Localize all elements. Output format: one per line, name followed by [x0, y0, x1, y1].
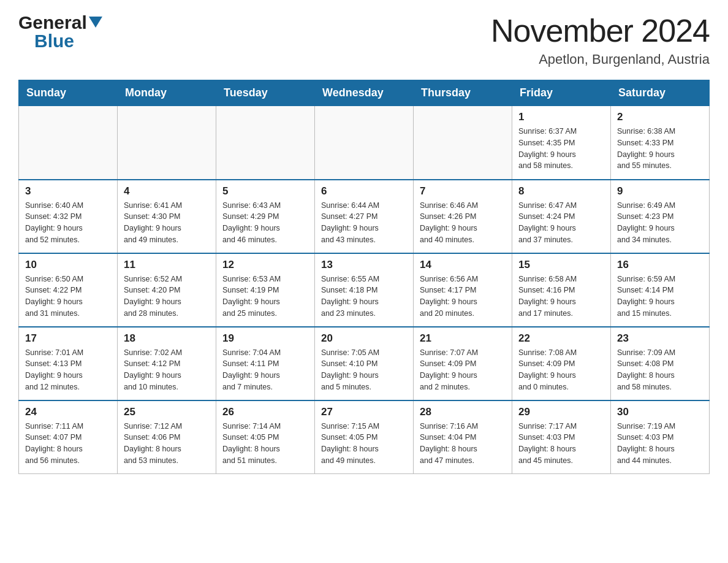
- calendar-cell: 3Sunrise: 6:40 AM Sunset: 4:32 PM Daylig…: [19, 180, 118, 253]
- day-info: Sunrise: 7:05 AM Sunset: 4:10 PM Dayligh…: [321, 347, 407, 393]
- calendar-cell: 16Sunrise: 6:59 AM Sunset: 4:14 PM Dayli…: [611, 253, 710, 327]
- calendar-cell: 5Sunrise: 6:43 AM Sunset: 4:29 PM Daylig…: [216, 180, 315, 253]
- day-info: Sunrise: 6:55 AM Sunset: 4:18 PM Dayligh…: [321, 274, 407, 320]
- logo: General Blue: [18, 12, 102, 52]
- location-subtitle: Apetlon, Burgenland, Austria: [491, 52, 710, 67]
- logo-general-text: General: [18, 12, 87, 33]
- calendar-cell: [216, 106, 315, 180]
- day-number: 19: [222, 332, 308, 345]
- day-info: Sunrise: 6:44 AM Sunset: 4:27 PM Dayligh…: [321, 200, 407, 246]
- calendar-cell: 17Sunrise: 7:01 AM Sunset: 4:13 PM Dayli…: [19, 327, 118, 400]
- day-info: Sunrise: 7:16 AM Sunset: 4:04 PM Dayligh…: [420, 421, 506, 467]
- day-info: Sunrise: 7:07 AM Sunset: 4:09 PM Dayligh…: [420, 347, 506, 393]
- day-info: Sunrise: 7:19 AM Sunset: 4:03 PM Dayligh…: [617, 421, 703, 467]
- calendar-cell: 20Sunrise: 7:05 AM Sunset: 4:10 PM Dayli…: [315, 327, 414, 400]
- day-number: 22: [518, 332, 604, 345]
- weekday-header-sunday: Sunday: [19, 80, 118, 106]
- day-info: Sunrise: 6:43 AM Sunset: 4:29 PM Dayligh…: [222, 200, 308, 246]
- calendar-week-row: 10Sunrise: 6:50 AM Sunset: 4:22 PM Dayli…: [19, 253, 710, 327]
- logo-triangle-icon: [89, 17, 102, 28]
- day-info: Sunrise: 6:50 AM Sunset: 4:22 PM Dayligh…: [25, 274, 111, 320]
- weekday-header-friday: Friday: [512, 80, 611, 106]
- day-info: Sunrise: 7:12 AM Sunset: 4:06 PM Dayligh…: [124, 421, 210, 467]
- calendar-cell: 11Sunrise: 6:52 AM Sunset: 4:20 PM Dayli…: [118, 253, 216, 327]
- calendar-cell: 15Sunrise: 6:58 AM Sunset: 4:16 PM Dayli…: [512, 253, 611, 327]
- day-info: Sunrise: 6:38 AM Sunset: 4:33 PM Dayligh…: [617, 126, 703, 172]
- day-info: Sunrise: 7:15 AM Sunset: 4:05 PM Dayligh…: [321, 421, 407, 467]
- day-number: 27: [321, 406, 407, 418]
- day-info: Sunrise: 7:11 AM Sunset: 4:07 PM Dayligh…: [25, 421, 111, 467]
- weekday-header-row: SundayMondayTuesdayWednesdayThursdayFrid…: [19, 80, 710, 106]
- day-number: 3: [25, 185, 111, 197]
- day-number: 20: [321, 332, 407, 345]
- day-number: 14: [420, 259, 506, 271]
- calendar-cell: 14Sunrise: 6:56 AM Sunset: 4:17 PM Dayli…: [414, 253, 512, 327]
- calendar-cell: 7Sunrise: 6:46 AM Sunset: 4:26 PM Daylig…: [414, 180, 512, 253]
- calendar-week-row: 1Sunrise: 6:37 AM Sunset: 4:35 PM Daylig…: [19, 106, 710, 180]
- day-info: Sunrise: 7:14 AM Sunset: 4:05 PM Dayligh…: [222, 421, 308, 467]
- day-info: Sunrise: 7:08 AM Sunset: 4:09 PM Dayligh…: [518, 347, 604, 393]
- calendar-cell: [315, 106, 414, 180]
- logo-blue-text: Blue: [34, 31, 74, 52]
- day-number: 2: [617, 111, 703, 123]
- day-info: Sunrise: 6:47 AM Sunset: 4:24 PM Dayligh…: [518, 200, 604, 246]
- day-info: Sunrise: 7:02 AM Sunset: 4:12 PM Dayligh…: [124, 347, 210, 393]
- calendar-cell: 8Sunrise: 6:47 AM Sunset: 4:24 PM Daylig…: [512, 180, 611, 253]
- calendar-cell: 23Sunrise: 7:09 AM Sunset: 4:08 PM Dayli…: [611, 327, 710, 400]
- day-info: Sunrise: 7:09 AM Sunset: 4:08 PM Dayligh…: [617, 347, 703, 393]
- calendar-cell: [118, 106, 216, 180]
- day-info: Sunrise: 7:01 AM Sunset: 4:13 PM Dayligh…: [25, 347, 111, 393]
- day-number: 18: [124, 332, 210, 345]
- calendar-cell: 13Sunrise: 6:55 AM Sunset: 4:18 PM Dayli…: [315, 253, 414, 327]
- day-number: 30: [617, 406, 703, 418]
- day-info: Sunrise: 6:59 AM Sunset: 4:14 PM Dayligh…: [617, 274, 703, 320]
- day-number: 12: [222, 259, 308, 271]
- day-number: 15: [518, 259, 604, 271]
- calendar-week-row: 24Sunrise: 7:11 AM Sunset: 4:07 PM Dayli…: [19, 400, 710, 474]
- day-info: Sunrise: 6:58 AM Sunset: 4:16 PM Dayligh…: [518, 274, 604, 320]
- day-number: 1: [518, 111, 604, 123]
- calendar-cell: 1Sunrise: 6:37 AM Sunset: 4:35 PM Daylig…: [512, 106, 611, 180]
- day-number: 25: [124, 406, 210, 418]
- month-title: November 2024: [491, 12, 710, 49]
- calendar-cell: 30Sunrise: 7:19 AM Sunset: 4:03 PM Dayli…: [611, 400, 710, 474]
- day-info: Sunrise: 6:41 AM Sunset: 4:30 PM Dayligh…: [124, 200, 210, 246]
- day-number: 17: [25, 332, 111, 345]
- calendar-cell: 10Sunrise: 6:50 AM Sunset: 4:22 PM Dayli…: [19, 253, 118, 327]
- day-number: 29: [518, 406, 604, 418]
- day-number: 26: [222, 406, 308, 418]
- day-number: 11: [124, 259, 210, 271]
- calendar-cell: [19, 106, 118, 180]
- day-number: 24: [25, 406, 111, 418]
- weekday-header-thursday: Thursday: [414, 80, 512, 106]
- day-number: 9: [617, 185, 703, 197]
- day-number: 23: [617, 332, 703, 345]
- day-number: 13: [321, 259, 407, 271]
- day-number: 16: [617, 259, 703, 271]
- day-info: Sunrise: 6:46 AM Sunset: 4:26 PM Dayligh…: [420, 200, 506, 246]
- calendar-cell: 29Sunrise: 7:17 AM Sunset: 4:03 PM Dayli…: [512, 400, 611, 474]
- calendar-cell: 26Sunrise: 7:14 AM Sunset: 4:05 PM Dayli…: [216, 400, 315, 474]
- day-number: 7: [420, 185, 506, 197]
- calendar-cell: 2Sunrise: 6:38 AM Sunset: 4:33 PM Daylig…: [611, 106, 710, 180]
- calendar-cell: 18Sunrise: 7:02 AM Sunset: 4:12 PM Dayli…: [118, 327, 216, 400]
- day-number: 6: [321, 185, 407, 197]
- title-section: November 2024 Apetlon, Burgenland, Austr…: [491, 12, 710, 67]
- calendar-week-row: 3Sunrise: 6:40 AM Sunset: 4:32 PM Daylig…: [19, 180, 710, 253]
- calendar-cell: 24Sunrise: 7:11 AM Sunset: 4:07 PM Dayli…: [19, 400, 118, 474]
- day-info: Sunrise: 6:40 AM Sunset: 4:32 PM Dayligh…: [25, 200, 111, 246]
- calendar-cell: 25Sunrise: 7:12 AM Sunset: 4:06 PM Dayli…: [118, 400, 216, 474]
- weekday-header-tuesday: Tuesday: [216, 80, 315, 106]
- svg-marker-0: [89, 17, 102, 28]
- day-info: Sunrise: 6:37 AM Sunset: 4:35 PM Dayligh…: [518, 126, 604, 172]
- calendar-cell: 6Sunrise: 6:44 AM Sunset: 4:27 PM Daylig…: [315, 180, 414, 253]
- calendar-cell: 4Sunrise: 6:41 AM Sunset: 4:30 PM Daylig…: [118, 180, 216, 253]
- calendar-table: SundayMondayTuesdayWednesdayThursdayFrid…: [18, 80, 710, 474]
- day-number: 10: [25, 259, 111, 271]
- calendar-cell: 27Sunrise: 7:15 AM Sunset: 4:05 PM Dayli…: [315, 400, 414, 474]
- day-info: Sunrise: 7:04 AM Sunset: 4:11 PM Dayligh…: [222, 347, 308, 393]
- calendar-cell: [414, 106, 512, 180]
- calendar-cell: 19Sunrise: 7:04 AM Sunset: 4:11 PM Dayli…: [216, 327, 315, 400]
- day-info: Sunrise: 6:53 AM Sunset: 4:19 PM Dayligh…: [222, 274, 308, 320]
- day-info: Sunrise: 6:52 AM Sunset: 4:20 PM Dayligh…: [124, 274, 210, 320]
